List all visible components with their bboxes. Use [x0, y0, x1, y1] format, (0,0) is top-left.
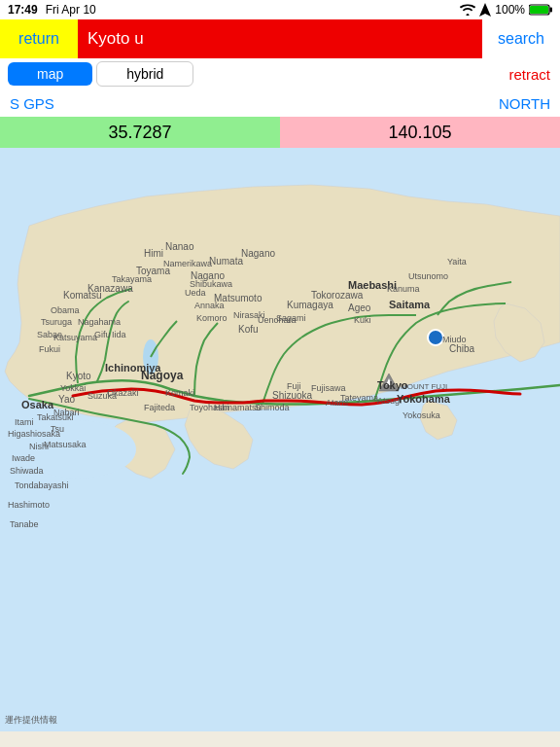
wifi-icon — [460, 4, 475, 16]
svg-text:Kanazawa: Kanazawa — [88, 283, 133, 294]
svg-text:Shimoda: Shimoda — [255, 403, 290, 412]
svg-text:Kuki: Kuki — [354, 315, 371, 325]
svg-marker-0 — [479, 3, 491, 17]
svg-text:Ageo: Ageo — [348, 302, 371, 313]
search-button[interactable]: search — [482, 19, 560, 58]
svg-text:Tsuruga: Tsuruga — [41, 317, 72, 327]
map-type-hybrid-button[interactable]: hybrid — [96, 61, 193, 87]
svg-text:Kyoto: Kyoto — [66, 371, 91, 381]
svg-text:Yokohama: Yokohama — [397, 393, 451, 405]
svg-text:Himi: Himi — [144, 248, 163, 259]
svg-text:Matsumoto: Matsumoto — [214, 293, 262, 303]
map-svg: MOUNT FUJI Osaka Itami Takatsuki Higashi… — [0, 148, 560, 731]
svg-text:Matsusaka: Matsusaka — [44, 440, 87, 449]
svg-text:Tokyo: Tokyo — [377, 379, 408, 391]
status-date: Fri Apr 10 — [46, 3, 96, 17]
svg-text:Sagami: Sagami — [276, 313, 306, 323]
page-title: Kyoto u — [88, 29, 144, 49]
svg-text:Kofu: Kofu — [238, 324, 259, 335]
svg-text:Shizuoka: Shizuoka — [272, 390, 313, 401]
svg-rect-3 — [530, 6, 548, 14]
map-area[interactable]: MOUNT FUJI Osaka Itami Takatsuki Higashi… — [0, 148, 560, 731]
svg-text:Nanao: Nanao — [165, 241, 194, 252]
gps-label: S GPS — [10, 95, 54, 112]
svg-text:Fajiteda: Fajiteda — [144, 403, 175, 412]
svg-text:Saitama: Saitama — [389, 299, 431, 310]
svg-rect-2 — [550, 8, 553, 13]
svg-text:Komoro: Komoro — [196, 313, 228, 323]
svg-text:Numata: Numata — [209, 256, 243, 267]
svg-text:Osaka: Osaka — [21, 399, 54, 410]
status-time: 17:49 — [8, 3, 38, 17]
svg-text:Shiwada: Shiwada — [10, 466, 44, 476]
svg-text:Fujisawa: Fujisawa — [311, 383, 346, 393]
map-type-map-button[interactable]: map — [8, 62, 92, 86]
svg-text:Katsuyama: Katsuyama — [53, 333, 97, 342]
svg-text:Yokkai: Yokkai — [60, 383, 86, 393]
return-button[interactable]: return — [0, 19, 78, 58]
svg-text:Chiba: Chiba — [449, 343, 475, 354]
north-label: NORTH — [499, 95, 550, 112]
svg-text:Nagano: Nagano — [241, 248, 275, 259]
svg-text:Ueda: Ueda — [185, 288, 206, 298]
battery-icon — [529, 4, 552, 16]
svg-text:Shibukawa: Shibukawa — [190, 279, 232, 289]
retract-button[interactable]: retract — [508, 66, 550, 83]
svg-text:Tateyama: Tateyama — [340, 393, 378, 403]
map-attribution: 運作提供情報 — [5, 714, 57, 727]
svg-text:Tokorozawa: Tokorozawa — [311, 290, 364, 301]
longitude-display: 140.105 — [280, 117, 560, 148]
svg-text:Namerikawa: Namerikawa — [163, 259, 212, 268]
svg-text:Yaita: Yaita — [447, 257, 467, 267]
battery-label: 100% — [495, 3, 525, 17]
svg-text:Tsu: Tsu — [51, 424, 64, 434]
title-box: Kyoto u — [78, 19, 482, 58]
gps-north-bar: S GPS NORTH — [0, 89, 560, 117]
svg-text:Okazaki: Okazaki — [107, 388, 139, 398]
svg-point-85 — [428, 330, 443, 345]
svg-text:Tanabe: Tanabe — [10, 519, 39, 529]
status-bar: 17:49 Fri Apr 10 100% — [0, 0, 560, 19]
svg-text:Iida: Iida — [112, 330, 126, 339]
svg-text:Obama: Obama — [51, 305, 80, 315]
svg-text:Yokosuka: Yokosuka — [402, 410, 440, 420]
svg-text:Tondabayashi: Tondabayashi — [15, 480, 69, 490]
header-bar: return Kyoto u search — [0, 19, 560, 58]
coordinates-bar: 35.7287 140.105 — [0, 117, 560, 148]
svg-text:Fukui: Fukui — [39, 344, 60, 354]
svg-text:Kanuma: Kanuma — [387, 284, 420, 294]
map-type-bar: map hybrid retract — [0, 58, 560, 89]
svg-text:Utsunomo: Utsunomo — [408, 271, 448, 281]
status-right: 100% — [460, 3, 552, 17]
svg-text:Nabari: Nabari — [53, 408, 80, 417]
svg-text:Hashimoto: Hashimoto — [8, 500, 50, 510]
latitude-display: 35.7287 — [0, 117, 280, 148]
svg-text:Nagahama: Nagahama — [78, 317, 121, 327]
svg-text:Nagoya: Nagoya — [141, 369, 184, 382]
svg-text:Komaki: Komaki — [165, 388, 194, 398]
signal-icon — [479, 3, 491, 17]
svg-text:Iwade: Iwade — [12, 453, 35, 463]
svg-text:Kumagaya: Kumagaya — [287, 300, 333, 310]
svg-text:Yao: Yao — [58, 394, 75, 405]
svg-text:Itami: Itami — [15, 417, 34, 427]
svg-text:Fuji: Fuji — [287, 381, 301, 391]
